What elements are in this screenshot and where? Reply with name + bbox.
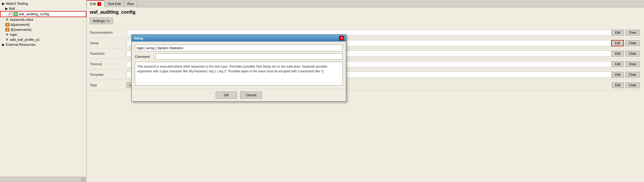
- modal-title: Setup: [134, 36, 143, 40]
- modal-footer: OK Cancel: [132, 89, 346, 101]
- modal-input-row: [135, 45, 343, 51]
- modal-comment-input[interactable]: [155, 53, 343, 60]
- modal-cancel-button[interactable]: Cancel: [240, 92, 262, 99]
- setup-dialog: Setup ✕ Comment This keyword is executed…: [131, 34, 346, 102]
- modal-close-button[interactable]: ✕: [339, 36, 344, 41]
- modal-main-input[interactable]: [135, 45, 343, 51]
- modal-body: Comment This keyword is executed before …: [132, 42, 346, 89]
- modal-overlay: Setup ✕ Comment This keyword is executed…: [0, 0, 644, 182]
- modal-titlebar: Setup ✕: [132, 35, 346, 42]
- modal-comment-row: Comment: [135, 53, 343, 60]
- modal-ok-button[interactable]: OK: [216, 92, 237, 99]
- modal-comment-label: Comment: [135, 55, 153, 59]
- modal-description: This keyword is executed before other ke…: [135, 62, 343, 85]
